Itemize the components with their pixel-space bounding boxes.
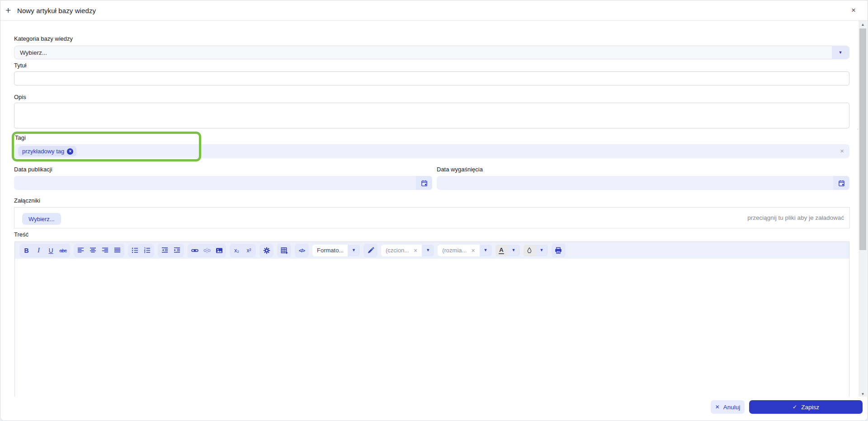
code-view-button[interactable]: </> [296, 245, 308, 256]
background-color-control: ▼ [524, 245, 548, 256]
script-group: x₂ x² [230, 244, 256, 257]
description-label: Opis [14, 94, 26, 100]
text-color-button[interactable]: A [495, 245, 508, 256]
size-dropdown-value: (rozmia... × [438, 245, 479, 256]
scroll-up-icon[interactable]: ▲ [859, 21, 867, 28]
table-group [277, 244, 291, 257]
category-caret[interactable]: ▼ [832, 46, 849, 59]
chevron-down-icon[interactable]: ▼ [348, 245, 360, 256]
calendar-icon[interactable] [416, 176, 432, 190]
size-dropdown[interactable]: (rozmia... × ▼ [438, 245, 491, 256]
subscript-button[interactable]: x₂ [231, 245, 243, 256]
indent-group [158, 244, 184, 257]
save-button-label: Zapisz [801, 404, 819, 411]
italic-button[interactable]: I [33, 245, 45, 256]
bullet-list-icon[interactable] [129, 245, 141, 256]
tag-chip-label: przykładowy tag [22, 148, 64, 155]
tags-label: Tagi [15, 134, 26, 141]
title-label: Tytuł [14, 62, 26, 69]
text-color-control: A ▼ [495, 245, 520, 256]
editor-content-area[interactable] [15, 259, 849, 397]
align-center-icon[interactable] [87, 245, 99, 256]
insert-table-icon[interactable] [278, 245, 290, 256]
new-article-modal: + Nowy artykuł bazy wiedzy × Kategoria b… [0, 0, 868, 421]
print-icon[interactable] [552, 245, 565, 256]
clear-font-icon[interactable]: × [414, 245, 417, 256]
underline-button[interactable]: U [45, 245, 57, 256]
attachments-dropzone[interactable]: Wybierz... przeciągnij tu pliki aby je z… [14, 207, 850, 228]
calendar-icon[interactable] [833, 176, 849, 190]
background-color-button[interactable] [524, 245, 536, 256]
chevron-down-icon[interactable]: ▼ [536, 245, 548, 256]
title-input[interactable] [14, 71, 849, 85]
settings-group [259, 244, 274, 257]
category-select[interactable]: Wybierz... ▼ [14, 46, 849, 59]
code-group: </> [295, 244, 309, 257]
tag-chip: przykładowy tag × [18, 146, 76, 156]
superscript-button[interactable]: x² [243, 245, 255, 256]
attachments-drop-hint: przeciągnij tu pliki aby je załadować [747, 214, 844, 221]
expiry-date-input[interactable] [437, 176, 849, 190]
remove-format-group [363, 244, 377, 257]
format-dropdown[interactable]: Formato... ▼ [312, 245, 360, 256]
cancel-button[interactable]: ✕ Anuluj [711, 400, 745, 414]
close-icon[interactable]: × [851, 6, 856, 15]
list-group [128, 244, 154, 257]
form-content: Kategoria bazy wiedzy Wybierz... ▼ Tytuł… [0, 21, 858, 397]
editor-toolbar: B I U abc [15, 242, 849, 259]
indent-icon[interactable] [171, 245, 183, 256]
chevron-down-icon: ▼ [839, 51, 843, 55]
content-label: Treść [14, 231, 28, 238]
page-title: Nowy artykuł bazy wiedzy [17, 7, 96, 14]
outdent-icon[interactable] [159, 245, 171, 256]
numbered-list-icon[interactable] [141, 245, 153, 256]
print-group [552, 244, 566, 257]
attachments-browse-button[interactable]: Wybierz... [22, 213, 61, 225]
chevron-down-icon[interactable]: ▼ [480, 245, 492, 256]
align-justify-icon[interactable] [111, 245, 123, 256]
gear-icon[interactable] [260, 245, 273, 256]
rich-text-editor: B I U abc [14, 241, 849, 397]
check-icon: ✓ [793, 404, 797, 410]
description-textarea[interactable] [14, 103, 849, 128]
align-right-icon[interactable] [99, 245, 111, 256]
bold-button[interactable]: B [20, 245, 33, 256]
unlink-icon[interactable] [201, 245, 213, 256]
category-selected-value: Wybierz... [20, 49, 47, 56]
align-left-icon[interactable] [75, 245, 87, 256]
tag-remove-icon[interactable]: × [67, 148, 73, 155]
text-style-group: B I U abc [19, 244, 70, 257]
font-dropdown[interactable]: (czcion... × ▼ [381, 245, 434, 256]
plus-icon: + [5, 5, 11, 16]
format-dropdown-value: Formato... [312, 245, 348, 256]
tags-clear-icon[interactable]: × [840, 147, 844, 154]
save-button[interactable]: ✓ Zapisz [749, 400, 863, 414]
strikethrough-button[interactable]: abc [57, 245, 69, 256]
link-media-group [188, 244, 226, 257]
modal-header: + Nowy artykuł bazy wiedzy × [0, 0, 868, 21]
textarea-resize-handle[interactable] [856, 124, 858, 130]
category-label: Kategoria bazy wiedzy [14, 35, 73, 42]
publish-date-input[interactable] [14, 176, 432, 190]
scrollbar-thumb[interactable] [859, 28, 866, 250]
clear-size-icon[interactable]: × [471, 245, 475, 256]
cancel-x-icon: ✕ [715, 404, 720, 410]
publish-date-label: Data publikacji [14, 166, 52, 173]
image-icon[interactable] [213, 245, 225, 256]
font-dropdown-value: (czcion... × [381, 245, 422, 256]
vertical-scrollbar[interactable]: ▲ ▼ [859, 21, 867, 397]
expiry-date-label: Data wygaśnięcia [437, 166, 483, 173]
link-icon[interactable] [189, 245, 201, 256]
chevron-down-icon[interactable]: ▼ [508, 245, 520, 256]
cancel-button-label: Anuluj [723, 404, 741, 411]
remove-format-icon[interactable] [364, 245, 377, 256]
text-color-icon: A [499, 246, 504, 254]
droplet-icon [526, 247, 533, 254]
modal-footer: ✕ Anuluj ✓ Zapisz [0, 397, 868, 421]
attachments-label: Załączniki [14, 197, 40, 204]
chevron-down-icon[interactable]: ▼ [422, 245, 434, 256]
alignment-group [74, 244, 124, 257]
tags-input[interactable]: przykładowy tag × × [14, 144, 849, 158]
